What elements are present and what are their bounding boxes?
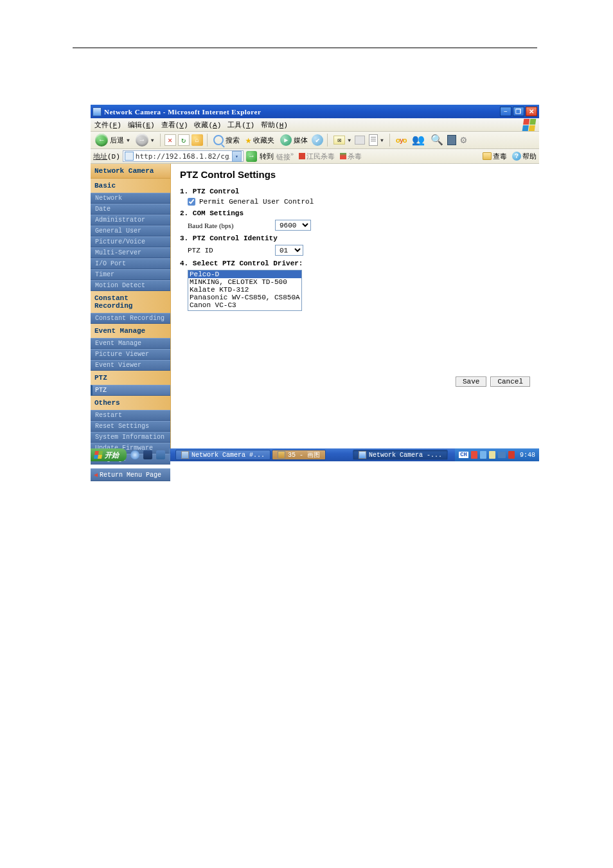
menu-tools[interactable]: 工具(T) [227, 120, 254, 130]
gear-icon: ⚙ [460, 134, 466, 146]
address-label: 地址(D) [93, 152, 120, 161]
favorites-button[interactable]: ★收藏夹 [244, 133, 277, 147]
oyo-button[interactable]: oyo [394, 136, 409, 145]
driver-option-3[interactable]: Panasonic WV-CS850, CS850A [188, 294, 301, 301]
go-label[interactable]: 转到 [260, 152, 274, 161]
sidebar-item-administrator[interactable]: Administrator [91, 215, 170, 226]
sidebar-item-picture-voice[interactable]: Picture/Voice [91, 236, 170, 247]
start-button[interactable]: 开始 [91, 448, 127, 461]
home-button[interactable]: ⌂ [191, 134, 203, 146]
sidebar-item-system-info[interactable]: System Information [91, 432, 170, 443]
sidebar-item-ptz[interactable]: PTZ [91, 385, 170, 396]
sidebar-header: Network Camera [91, 164, 170, 179]
refresh-button[interactable]: ↻ [178, 134, 190, 146]
go-button-icon[interactable]: → [246, 151, 257, 162]
ql-ie-icon[interactable] [130, 450, 139, 459]
section-ptz: PTZ [91, 371, 170, 385]
people-button[interactable]: 👥 [410, 133, 427, 147]
driver-option-4[interactable]: Canon VC-C3 [188, 301, 301, 309]
settings-button[interactable]: ⚙ [458, 133, 468, 147]
content: Network Camera Basic Network Date Admini… [91, 164, 539, 448]
back-button[interactable]: ← 后退▼ [93, 133, 132, 147]
cancel-button[interactable]: Cancel [490, 376, 530, 387]
system-tray: CH 9:48 [455, 448, 539, 461]
maximize-button[interactable]: ❐ [513, 107, 524, 116]
address-dropdown-button[interactable]: ▾ [232, 151, 242, 162]
driver-option-2[interactable]: Kalate KTD-312 [188, 286, 301, 294]
find-virus-button[interactable]: 查毒 [483, 152, 507, 161]
menu-edit[interactable]: 编辑(E) [128, 120, 155, 130]
search-icon [213, 135, 224, 145]
section-basic: Basic [91, 179, 170, 193]
sidebar-item-io-port[interactable]: I/O Port [91, 258, 170, 269]
ptzid-select[interactable]: 01 [275, 245, 303, 256]
sidebar-item-picture-viewer[interactable]: Picture Viewer [91, 349, 170, 360]
sidebar-item-restart[interactable]: Restart [91, 410, 170, 421]
save-button[interactable]: Save [456, 376, 486, 387]
section-3: 3. PTZ Control Identity [180, 235, 530, 242]
tray-shield-icon[interactable] [471, 451, 477, 459]
link-shadu[interactable]: 杀毒 [340, 152, 362, 161]
task-paint[interactable]: 35 - 画图 [272, 450, 326, 460]
document-divider [73, 48, 537, 48]
driver-option-1[interactable]: MINKING, CELOTEX TD-500 [188, 278, 301, 286]
section-1: 1. PTZ Control [180, 188, 530, 195]
sidebar-item-event-viewer[interactable]: Event Viewer [91, 360, 170, 371]
sidebar-item-reset-settings[interactable]: Reset Settings [91, 421, 170, 432]
history-button[interactable]: ✔ [312, 134, 323, 146]
mail-button[interactable]: ✉▼ [332, 135, 353, 145]
return-menu-button[interactable]: ◀ Return Menu Page [91, 468, 170, 481]
tray-av-icon[interactable] [508, 451, 515, 459]
address-input[interactable] [136, 152, 230, 161]
baud-select[interactable]: 9600 [275, 220, 311, 231]
menu-view[interactable]: 查看(V) [161, 120, 188, 130]
sidebar-item-event-manage[interactable]: Event Manage [91, 338, 170, 349]
minimize-button[interactable]: − [500, 107, 511, 116]
titlebar: Network Camera - Microsoft Internet Expl… [91, 105, 539, 118]
ie-window: Network Camera - Microsoft Internet Expl… [91, 105, 539, 461]
media-button[interactable]: ▶媒体 [278, 134, 310, 146]
forward-button[interactable]: →▼ [134, 133, 156, 147]
driver-listbox[interactable]: Pelco-D MINKING, CELOTEX TD-500 Kalate K… [188, 270, 302, 311]
search-button[interactable]: 搜索 [211, 134, 242, 146]
word-icon [181, 451, 189, 459]
section-others: Others [91, 396, 170, 410]
panel-button[interactable] [447, 135, 456, 145]
tray-net-icon[interactable] [480, 451, 486, 459]
sidebar-item-date[interactable]: Date [91, 204, 170, 215]
edit-button[interactable]: ▼ [367, 134, 386, 146]
section-constant: Constant Recording [91, 291, 170, 313]
sidebar-item-constant-recording[interactable]: Constant Recording [91, 313, 170, 324]
tray-ime-icon[interactable]: CH [459, 452, 468, 458]
toolbar: ← 后退▼ →▼ ✕ ↻ ⌂ 搜索 ★收藏夹 ▶媒体 ✔ ✉▼ ▼ oyo 👥 … [91, 132, 539, 149]
sidebar-item-network[interactable]: Network [91, 193, 170, 204]
sidebar-item-timer[interactable]: Timer [91, 269, 170, 280]
sidebar-item-multi-server[interactable]: Multi-Server [91, 247, 170, 258]
page-title: PTZ Control Settings [180, 169, 530, 180]
sidebar-item-motion-detect[interactable]: Motion Detect [91, 280, 170, 291]
tray-monitor-icon[interactable] [498, 452, 506, 458]
refresh-icon: ↻ [181, 136, 186, 145]
stop-button[interactable]: ✕ [164, 134, 176, 146]
ql-desktop-icon[interactable] [143, 450, 152, 459]
address-box[interactable]: ▾ [123, 150, 244, 162]
close-button[interactable]: ✕ [526, 107, 537, 116]
tray-clock[interactable]: 9:48 [520, 452, 535, 459]
ql-app-icon[interactable] [156, 450, 165, 459]
menu-help[interactable]: 帮助(H) [261, 120, 288, 130]
task-ie-active[interactable]: Network Camera -... [353, 450, 448, 460]
help-button[interactable]: ?帮助 [512, 152, 537, 161]
menu-file[interactable]: 文件(F) [94, 120, 121, 130]
find-person-button[interactable]: 🔍 [429, 133, 445, 147]
permit-checkbox[interactable] [188, 198, 195, 206]
sidebar-item-general-user[interactable]: General User [91, 226, 170, 236]
menu-favorites[interactable]: 收藏(A) [194, 120, 221, 130]
driver-option-0[interactable]: Pelco-D [188, 270, 301, 278]
tray-sound-icon[interactable] [489, 451, 495, 459]
print-button[interactable] [355, 136, 365, 145]
red-square-icon [299, 153, 305, 159]
link-jiangmin[interactable]: 江民杀毒 [299, 152, 335, 161]
task-word[interactable]: Network Camera #... [175, 450, 271, 460]
baud-label: Baud Rate (bps) [188, 222, 271, 229]
quick-launch [127, 448, 169, 461]
